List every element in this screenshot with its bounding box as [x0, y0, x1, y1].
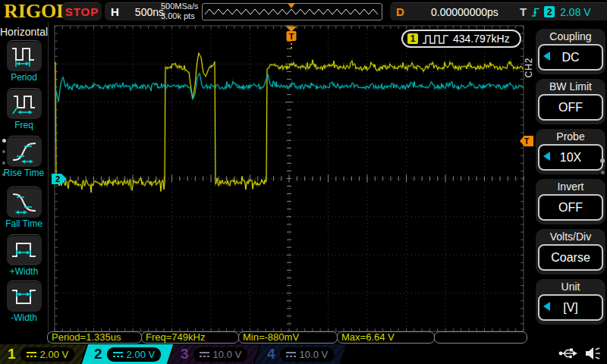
timebase-value: 500ns [135, 6, 164, 18]
softkey-label: Probe [536, 129, 605, 143]
softkey-label: Coupling [536, 29, 605, 42]
period-icon [7, 40, 42, 71]
page-dot [2, 139, 6, 143]
channel-number: 3 [181, 346, 189, 362]
menu-button-neg-width[interactable]: -Width [0, 281, 48, 323]
horizontal-measure-menu: Horizontal Period Freq [0, 22, 49, 344]
memory-depth: 3.00k pts [161, 11, 199, 21]
channel-scale-pill: 2.00 V [107, 347, 162, 362]
fall-time-icon [7, 187, 42, 218]
menu-label-freq: Freq [0, 120, 48, 130]
channel-tab-1[interactable]: 1 2.00 V [0, 344, 86, 364]
page-dot [601, 171, 605, 174]
softkey-probe[interactable]: Probe 10X [536, 129, 605, 174]
menu-label-rise-time: Rise Time [0, 168, 48, 178]
channel-tab-4[interactable]: 4 10.0 V [255, 344, 346, 364]
trigger-position-marker[interactable]: T [286, 27, 297, 49]
channel-scale-pill: 2.00 V [20, 347, 75, 362]
trigger-level-marker[interactable]: T [520, 136, 533, 146]
left-triangle-icon [543, 52, 550, 61]
menu-button-pos-width[interactable]: +Width [0, 234, 48, 277]
menu-label-neg-width: -Width [0, 312, 48, 323]
ch2-menu: Coupling DC BW Limit OFF Probe 10X Inver… [535, 23, 607, 337]
dc-coupling-icon [113, 351, 123, 358]
softkey-label: Unit [536, 279, 605, 293]
softkey-bw-limit[interactable]: BW Limit OFF [536, 79, 605, 124]
menu-button-freq[interactable]: Freq [0, 88, 48, 130]
softkey-label: Volts/Div [536, 229, 605, 243]
channel-tab-2[interactable]: 2 2.00 V [82, 344, 173, 364]
page-dot [2, 150, 5, 153]
softkey-value-text: 10X [560, 151, 581, 165]
softkey-value: Coarse [538, 244, 603, 271]
status-icons [558, 347, 601, 360]
svg-text:T: T [289, 32, 294, 41]
menu-button-period[interactable]: Period [0, 40, 48, 83]
channel-scale: 2.00 V [127, 349, 156, 360]
trigger-level-value: 2.08 V [560, 6, 590, 18]
softkey-volts-div[interactable]: Volts/Div Coarse [536, 229, 605, 275]
rising-edge-icon [530, 6, 540, 18]
softkey-coupling[interactable]: Coupling DC [536, 29, 605, 74]
softkey-value-text: [V] [563, 301, 578, 315]
ch1-trace [55, 53, 524, 193]
page-dot [600, 158, 605, 163]
softkey-value-text: Coarse [551, 251, 590, 265]
right-menu-channel-tab: CH2 [524, 50, 534, 85]
channel-scale-pill: 10.0 V [280, 347, 335, 362]
run-state-text: STOP [65, 5, 99, 18]
menu-button-fall-time[interactable]: Fall Time [0, 187, 48, 229]
svg-text:2: 2 [55, 174, 60, 184]
delay-box[interactable]: D 0.00000000ps [390, 2, 521, 20]
menu-label-fall-time: Fall Time [0, 218, 48, 229]
oscilloscope-screen: { "header": { "logo": "RIGOL", "run_stat… [0, 0, 607, 364]
overview-trigger-marker [288, 3, 295, 8]
menu-label-period: Period [0, 72, 48, 83]
minus-width-icon [7, 281, 42, 312]
sample-rate: 500MSa/s [161, 2, 199, 11]
menu-title: Horizontal [0, 22, 48, 38]
softkey-invert[interactable]: Invert OFF [536, 179, 605, 224]
measurement-freq: Freq=749kHz [141, 331, 239, 344]
channel-scale-pill: 10.0 V [193, 347, 248, 362]
rigol-logo: RIGOL [4, 0, 70, 23]
softkey-label: BW Limit [536, 79, 605, 93]
square-wave-icon [422, 34, 449, 44]
measurement-empty-slot [434, 331, 527, 344]
measurement-max: Max=6.64 V [337, 331, 435, 344]
softkey-value-text: DC [561, 51, 579, 64]
status-bar: RIGOL STOP H 500ns 500MSa/s 3.00k pts D … [0, 0, 607, 22]
page-dot [2, 173, 5, 176]
freq-icon [7, 88, 42, 119]
page-dot [2, 162, 5, 165]
waveform-overview-bar[interactable] [202, 3, 382, 20]
softkey-value: OFF [538, 194, 603, 221]
softkey-value: 10X [538, 144, 603, 171]
ch1-trace-glow [55, 53, 524, 193]
softkey-value: DC [538, 44, 603, 71]
trigger-source-badge: 2 [544, 6, 555, 17]
softkey-value-text: OFF [558, 101, 583, 115]
left-triangle-icon [543, 152, 550, 161]
usb-icon [558, 347, 578, 360]
trigger-status-box[interactable]: T 2 2.08 V [514, 2, 607, 20]
softkey-value: [V] [538, 294, 603, 321]
menu-button-rise-time[interactable]: Rise Time [0, 136, 48, 178]
waveform-display: TT2 [0, 0, 607, 364]
channel-number: 2 [94, 346, 102, 362]
measurement-period: Period=1.335us [47, 331, 142, 344]
softkey-unit[interactable]: Unit [V] [536, 279, 605, 325]
trigger-label: T [520, 5, 527, 18]
channel-tab-3[interactable]: 3 10.0 V [168, 344, 259, 364]
frequency-counter: 1 434.797kHz [401, 30, 521, 48]
measurement-min: Min=-880mV [238, 331, 338, 344]
measurement-bar: Period=1.335us Freq=749kHz Min=-880mV Ma… [0, 331, 607, 344]
acquisition-info: 500MSa/s 3.00k pts [161, 2, 199, 20]
channel-number: 4 [267, 346, 275, 362]
left-triangle-icon [543, 302, 550, 311]
channel-status-bar: 1 2.00 V 2 2.00 V 3 10.0 V 4 10.0 V [0, 344, 607, 364]
counter-value: 434.797kHz [453, 33, 510, 45]
timebase-label: H [111, 5, 119, 18]
dc-coupling-icon [27, 351, 36, 358]
rise-time-icon [7, 136, 42, 167]
